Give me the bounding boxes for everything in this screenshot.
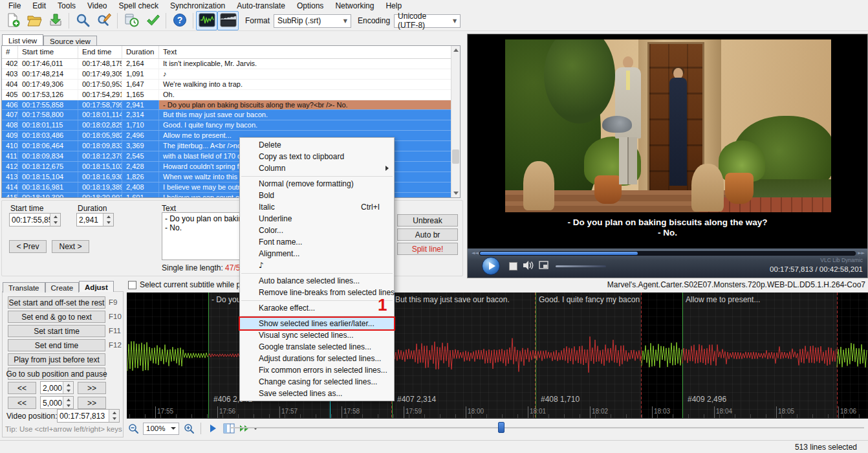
- spinner-arrows-icon[interactable]: [50, 214, 60, 226]
- encoding-dropdown[interactable]: Unicode (UTF-8) ▼: [394, 14, 461, 28]
- start-time-spinner[interactable]: 00:17:55,858: [9, 213, 61, 226]
- menu-item-auto-balance-selected-lines[interactable]: Auto balance selected lines...: [240, 275, 394, 287]
- seek-forward-icon[interactable]: ►►: [858, 250, 865, 256]
- table-row[interactable]: 40400:17:49,30600:17:50,9531,647We're wa…: [2, 80, 460, 90]
- column-header-num[interactable]: #: [2, 46, 18, 58]
- menubar-item-edit[interactable]: Edit: [27, 1, 52, 11]
- split-line-button[interactable]: Split line!: [397, 243, 458, 255]
- waveform-scrollbar-thumb[interactable]: [498, 422, 505, 433]
- tab-list-view[interactable]: List view: [2, 34, 43, 45]
- spinner-arrows-icon[interactable]: [103, 214, 113, 226]
- nudge-back-button[interactable]: <<: [8, 382, 36, 394]
- scrollbar-thumb[interactable]: [452, 149, 459, 164]
- nudge-forward-button[interactable]: >>: [78, 382, 106, 394]
- menu-item-delete[interactable]: Delete: [240, 139, 394, 151]
- play-button[interactable]: [482, 257, 500, 275]
- spinner-arrows-icon[interactable]: [63, 382, 73, 393]
- select-current-subtitle-checkbox[interactable]: [128, 281, 136, 289]
- menubar-item-video[interactable]: Video: [81, 1, 113, 11]
- menubar-item-networking[interactable]: Networking: [329, 1, 380, 11]
- tab-source-view[interactable]: Source view: [43, 36, 97, 46]
- waveform-canvas[interactable]: - Do you plan on baking biscuits along t…: [127, 293, 868, 419]
- table-row[interactable]: 40800:18:01,11500:18:02,8251,710Good. I …: [2, 120, 460, 131]
- fast-forward-icon[interactable]: [239, 422, 258, 435]
- menu-item-italic[interactable]: ItalicCtrl+I: [240, 201, 394, 213]
- menu-item-remove-line-breaks-from-selected-lines[interactable]: Remove line-breaks from selected lines..…: [240, 287, 394, 298]
- menu-item-fix-common-errors-in-selected-lines[interactable]: Fix common errors in selected lines...: [240, 364, 394, 376]
- menu-item-underline[interactable]: Underline: [240, 213, 394, 225]
- auto-br-button[interactable]: Auto br: [397, 228, 458, 241]
- table-row[interactable]: 40300:17:48,21400:17:49,3051,091♪: [2, 69, 460, 80]
- spinner-arrows-icon[interactable]: [109, 410, 119, 422]
- tab-create[interactable]: Create: [45, 282, 80, 293]
- replace-button[interactable]: [93, 11, 114, 30]
- adjust-button-set-end-time[interactable]: Set end time: [8, 339, 105, 351]
- table-row[interactable]: 40200:17:46,01100:17:48,1752,164It isn't…: [2, 59, 460, 69]
- menu-item-column[interactable]: Column: [240, 162, 394, 174]
- seek-back-icon[interactable]: ◄◄: [472, 250, 479, 256]
- nudge-value-spinner[interactable]: 5,000: [40, 396, 74, 409]
- tab-adjust[interactable]: Adjust: [79, 281, 114, 292]
- open-file-button[interactable]: [23, 11, 45, 30]
- scroll-up-icon[interactable]: [451, 46, 460, 54]
- visual-sync-button[interactable]: [120, 11, 142, 30]
- zoom-out-icon[interactable]: [127, 422, 140, 435]
- video-position-spinner[interactable]: 00:17:57,813: [57, 409, 120, 423]
- toggle-video-button[interactable]: [217, 11, 239, 30]
- menu-item-normal-remove-formatting[interactable]: Normal (remove formatting): [240, 178, 394, 190]
- waveform-play-icon[interactable]: [206, 422, 219, 435]
- next-button[interactable]: Next >: [52, 240, 89, 253]
- menu-item-show-selected-lines-earlier-later[interactable]: Show selected lines earlier/later...: [240, 318, 394, 329]
- tab-translate[interactable]: Translate: [3, 282, 45, 293]
- column-header-text[interactable]: Text: [159, 46, 453, 58]
- volume-slider[interactable]: [556, 265, 606, 267]
- adjust-button-set-start-time[interactable]: Set start time: [8, 325, 105, 337]
- subtitle-list-scrollbar[interactable]: [451, 46, 460, 197]
- nudge-forward-button[interactable]: >>: [78, 397, 106, 409]
- waveform-scrollbar[interactable]: [230, 427, 864, 428]
- prev-button[interactable]: < Prev: [9, 240, 47, 253]
- adjust-button-go-to-sub-position-and-pause[interactable]: Go to sub position and pause: [8, 368, 105, 380]
- table-row[interactable]: 40700:17:58,80000:18:01,1142,314But this…: [2, 110, 460, 120]
- fullscreen-icon[interactable]: [539, 261, 548, 269]
- column-header-duration[interactable]: Duration: [122, 46, 159, 58]
- stop-button[interactable]: [509, 262, 517, 271]
- adjust-button-play-from-just-before-text[interactable]: Play from just before text: [8, 353, 105, 366]
- table-row[interactable]: 40500:17:53,12600:17:54,2911,165Oh.: [2, 90, 460, 100]
- find-button[interactable]: [72, 11, 93, 30]
- menubar-item-synchronization[interactable]: Synchronization: [164, 1, 231, 11]
- save-button[interactable]: [45, 11, 66, 30]
- video-seek-bar[interactable]: [479, 251, 856, 256]
- zoom-in-icon[interactable]: [182, 422, 195, 435]
- menu-item-visual-sync-selected-lines[interactable]: Visual sync selected lines...: [240, 329, 394, 341]
- unbreak-button[interactable]: Unbreak: [397, 214, 458, 226]
- help-button[interactable]: ?: [169, 11, 190, 30]
- menu-item-adjust-durations-for-selected-lines[interactable]: Adjust durations for selected lines...: [240, 353, 394, 364]
- column-header-start-time[interactable]: Start time: [18, 46, 78, 58]
- menu-item-save-selected-lines-as[interactable]: Save selected lines as...: [240, 388, 394, 399]
- table-row[interactable]: 40600:17:55,85800:17:58,7992,941- Do you…: [2, 100, 460, 111]
- menubar-item-auto-translate[interactable]: Auto-translate: [231, 1, 291, 11]
- spinner-arrows-icon[interactable]: [63, 397, 73, 408]
- toggle-waveform-button[interactable]: [196, 11, 217, 30]
- scroll-down-icon[interactable]: [451, 189, 460, 197]
- menu-item-alignment[interactable]: Alignment...: [240, 248, 394, 260]
- menu-item-font-name[interactable]: Font name...: [240, 236, 394, 248]
- video-frame[interactable]: [505, 39, 831, 212]
- nudge-value-spinner[interactable]: 2,000: [40, 381, 74, 394]
- speaker-icon[interactable]: [522, 260, 534, 271]
- menubar-item-options[interactable]: Options: [291, 1, 329, 11]
- columns-icon[interactable]: [222, 422, 235, 435]
- menubar-item-tools[interactable]: Tools: [52, 1, 81, 11]
- adjust-button-set-start-and-off-set-the-rest[interactable]: Set start and off-set the rest: [8, 296, 105, 309]
- adjust-button-set-end-go-to-next[interactable]: Set end & go to next: [8, 311, 105, 323]
- menubar-item-help[interactable]: Help: [380, 1, 407, 11]
- menubar-item-file[interactable]: File: [3, 1, 27, 11]
- menubar-item-spell-check[interactable]: Spell check: [113, 1, 164, 11]
- new-file-button[interactable]: [2, 11, 23, 30]
- menu-item-copy-as-text-to-clipboard[interactable]: Copy as text to clipboard: [240, 151, 394, 162]
- duration-spinner[interactable]: 2,941: [76, 213, 114, 226]
- menu-item-color[interactable]: Color...: [240, 225, 394, 236]
- waveform-zoom-dropdown[interactable]: 100%: [143, 423, 179, 435]
- menu-item-google-translate-selected-lines[interactable]: Google translate selected lines...: [240, 341, 394, 353]
